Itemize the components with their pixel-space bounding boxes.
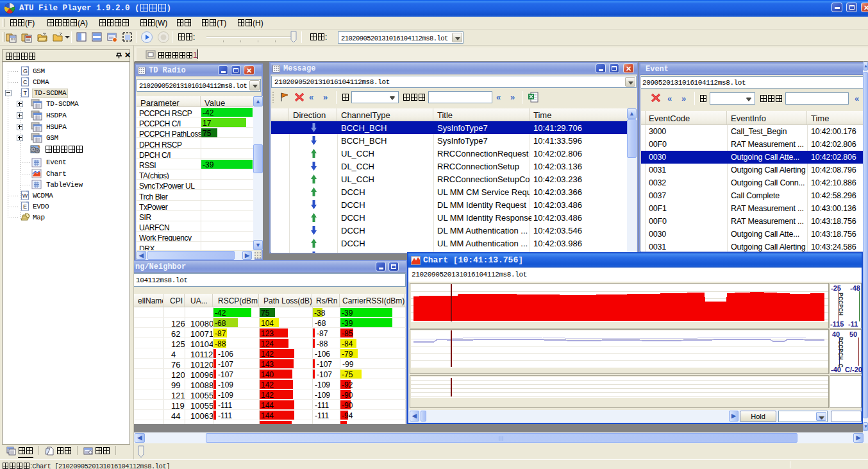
svg-text:G: G (23, 68, 28, 74)
svg-text:T: T (24, 90, 28, 96)
svg-text:E: E (23, 203, 27, 210)
svg-text:W: W (22, 192, 28, 199)
svg-text:C: C (23, 79, 28, 85)
